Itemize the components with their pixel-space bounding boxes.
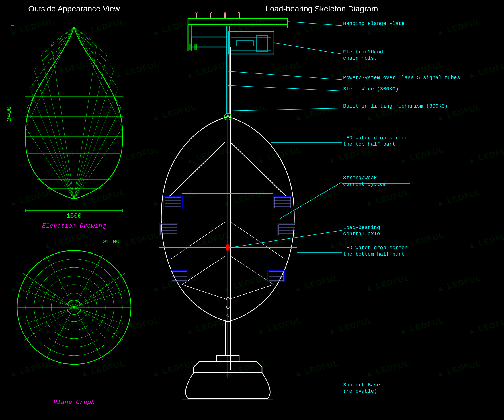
svg-line-14 bbox=[26, 27, 74, 128]
svg-rect-79 bbox=[191, 37, 228, 47]
width-label: 1500 bbox=[67, 213, 82, 220]
support-base-label2: (removable) bbox=[343, 388, 377, 394]
svg-line-34 bbox=[74, 88, 118, 199]
svg-rect-115 bbox=[274, 197, 291, 208]
svg-line-102 bbox=[231, 142, 286, 196]
left-panel-title: Outside Appearance View bbox=[28, 4, 120, 13]
svg-line-133 bbox=[231, 230, 342, 248]
elevation-drawing-label: Elevation Drawing bbox=[42, 223, 106, 230]
led-bottom-label1: LED water drop screen bbox=[343, 245, 408, 251]
strong-weak-label2: current system bbox=[343, 181, 386, 187]
load-bearing-label2: central axle bbox=[343, 231, 380, 237]
led-top-label2: the top half part bbox=[343, 141, 396, 147]
svg-line-36 bbox=[74, 55, 107, 199]
svg-line-94 bbox=[228, 85, 342, 91]
svg-line-22 bbox=[30, 88, 74, 199]
plane-graph-label: Plane Graph bbox=[53, 399, 95, 406]
svg-rect-125 bbox=[279, 225, 295, 235]
svg-rect-109 bbox=[164, 196, 182, 209]
svg-rect-136 bbox=[172, 271, 187, 281]
svg-line-74 bbox=[238, 12, 239, 14]
svg-line-16 bbox=[30, 27, 74, 88]
svg-rect-114 bbox=[273, 196, 292, 209]
built-in-label: Built-in lifting mechanism (300KG) bbox=[343, 103, 448, 109]
svg-line-65 bbox=[196, 12, 196, 14]
svg-rect-62 bbox=[188, 18, 288, 25]
svg-rect-85 bbox=[236, 41, 253, 46]
svg-line-26 bbox=[74, 27, 122, 128]
svg-line-108 bbox=[231, 285, 273, 299]
led-top-label1: LED water drop screen bbox=[343, 135, 408, 141]
svg-line-107 bbox=[231, 256, 273, 285]
svg-line-87 bbox=[274, 43, 342, 54]
strong-weak-label1: Strong/weak bbox=[343, 175, 377, 181]
steel-wire-label: Steel Wire (300KG) bbox=[343, 86, 398, 92]
diameter-label: Ø1500 bbox=[103, 238, 120, 245]
svg-line-68 bbox=[210, 12, 211, 14]
electric-hand-label: Electric\Hand bbox=[343, 49, 383, 55]
svg-line-25 bbox=[51, 44, 74, 199]
svg-rect-120 bbox=[161, 225, 177, 235]
svg-rect-132 bbox=[226, 245, 229, 250]
svg-line-106 bbox=[182, 285, 225, 299]
svg-line-101 bbox=[169, 142, 225, 196]
support-base-label1: Support Base bbox=[343, 382, 380, 388]
svg-line-28 bbox=[74, 27, 118, 88]
svg-rect-86 bbox=[256, 36, 268, 51]
right-panel-title: Load-bearing Skeleton Diagram bbox=[265, 4, 378, 13]
svg-line-18 bbox=[41, 27, 74, 55]
led-bottom-label2: the bottom half part bbox=[343, 251, 405, 257]
svg-line-30 bbox=[74, 27, 107, 55]
svg-line-37 bbox=[74, 44, 97, 199]
svg-line-95 bbox=[228, 108, 342, 111]
height-label: 2400 bbox=[6, 106, 13, 122]
svg-line-93 bbox=[226, 71, 342, 80]
svg-line-24 bbox=[41, 55, 74, 199]
chain-hoist-label: chain hoist bbox=[343, 55, 377, 61]
svg-line-71 bbox=[224, 12, 225, 14]
hanging-flange-label: Hanging Flange Plate bbox=[343, 21, 405, 26]
load-bearing-label1: Load-bearing bbox=[343, 225, 380, 230]
power-system-label: Power/System over Class 5 signal tubes bbox=[343, 75, 460, 81]
svg-rect-76 bbox=[188, 25, 288, 28]
svg-line-103 bbox=[171, 222, 225, 259]
svg-line-75 bbox=[288, 22, 342, 26]
svg-rect-80 bbox=[228, 31, 274, 54]
svg-rect-140 bbox=[269, 271, 284, 281]
svg-line-105 bbox=[182, 256, 225, 285]
svg-rect-110 bbox=[165, 197, 181, 208]
